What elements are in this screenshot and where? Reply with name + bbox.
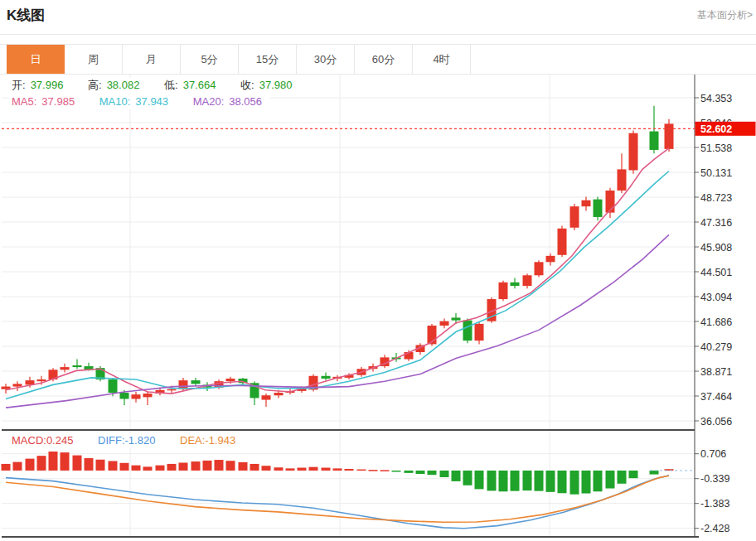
candle-body bbox=[380, 357, 390, 366]
candle-body bbox=[650, 132, 659, 150]
close-value: 37.980 bbox=[259, 79, 293, 91]
high-value: 38.082 bbox=[107, 79, 140, 91]
candle-body bbox=[73, 365, 82, 367]
candle-body bbox=[570, 206, 579, 228]
diff-line bbox=[6, 476, 669, 529]
macd-histogram-bar bbox=[49, 452, 58, 471]
candle-body bbox=[392, 357, 401, 359]
macd-histogram-bar bbox=[37, 456, 46, 471]
candle-body bbox=[369, 366, 378, 369]
macd-histogram-bar bbox=[286, 468, 295, 471]
macd-histogram-bar bbox=[594, 471, 603, 491]
macd-histogram-bar bbox=[226, 461, 235, 471]
current-price-badge bbox=[695, 122, 756, 136]
macd-histogram-bar bbox=[582, 471, 591, 494]
price-tick-label: 50.131 bbox=[700, 167, 732, 179]
macd-histogram-bar bbox=[132, 466, 141, 471]
dea-line bbox=[6, 476, 669, 522]
candle-body bbox=[511, 283, 520, 286]
open-label: 开: bbox=[12, 79, 26, 91]
macd-histogram-bar bbox=[511, 471, 520, 491]
macd-histogram-bar bbox=[440, 471, 449, 477]
macd-legend: MACD:0.245 DIFF:-1.820 DEA:-1.943 bbox=[8, 433, 244, 448]
candle-body bbox=[132, 394, 141, 399]
period-tab-3[interactable]: 5分 bbox=[181, 45, 239, 74]
candle-body bbox=[262, 395, 271, 399]
price-tick-label: 41.686 bbox=[700, 316, 732, 328]
macd-histogram-bar bbox=[179, 462, 188, 470]
diff-value: DIFF:-1.820 bbox=[98, 434, 155, 447]
macd-tick-label: -0.339 bbox=[700, 473, 729, 485]
period-tab-6[interactable]: 60分 bbox=[355, 45, 413, 74]
candle-body bbox=[523, 275, 532, 286]
price-tick-label: 48.723 bbox=[700, 192, 732, 204]
macd-histogram-bar bbox=[618, 471, 627, 484]
candle-body bbox=[345, 375, 354, 378]
macd-histogram-bar bbox=[499, 471, 508, 491]
macd-histogram-bar bbox=[73, 456, 82, 471]
macd-histogram-bar bbox=[380, 470, 390, 471]
candle-body bbox=[535, 262, 544, 275]
macd-histogram-bar bbox=[309, 467, 318, 471]
macd-histogram-bar bbox=[535, 471, 544, 491]
macd-histogram-bar bbox=[262, 466, 271, 471]
fundamental-analysis-link[interactable]: 基本面分析> bbox=[697, 8, 753, 22]
price-tick-label: 52.946 bbox=[700, 118, 732, 129]
macd-histogram-bar bbox=[606, 471, 615, 489]
candle-body bbox=[487, 299, 497, 321]
macd-histogram-bar bbox=[250, 464, 259, 471]
candle-body bbox=[357, 369, 366, 374]
macd-histogram-bar bbox=[665, 469, 674, 471]
ma20-value: 38.056 bbox=[229, 95, 262, 108]
price-tick-label: 36.056 bbox=[700, 416, 732, 427]
macd-histogram-bar bbox=[120, 463, 129, 471]
period-tab-4[interactable]: 15分 bbox=[239, 45, 297, 74]
candle-body bbox=[26, 380, 35, 384]
candle-body bbox=[416, 345, 425, 352]
macd-histogram-bar bbox=[392, 471, 401, 472]
candle-body bbox=[191, 380, 201, 384]
period-tab-1[interactable]: 周 bbox=[65, 45, 123, 74]
macd-histogram-bar bbox=[345, 469, 354, 471]
candle-body bbox=[61, 367, 70, 370]
candle-body bbox=[37, 379, 46, 381]
candle-body bbox=[405, 352, 414, 360]
candle-body bbox=[629, 133, 638, 171]
candle-body bbox=[179, 380, 188, 389]
candle-body bbox=[143, 394, 153, 397]
candle-body bbox=[2, 387, 11, 389]
candle-body bbox=[226, 379, 235, 381]
macd-histogram-bar bbox=[369, 470, 378, 471]
period-tab-5[interactable]: 30分 bbox=[297, 45, 355, 74]
page-title: K线图 bbox=[7, 6, 45, 25]
period-tab-2[interactable]: 月 bbox=[123, 45, 181, 74]
macd-histogram-bar bbox=[191, 461, 201, 471]
macd-histogram-bar bbox=[298, 468, 307, 471]
period-tab-0[interactable]: 日 bbox=[7, 45, 65, 74]
price-tick-label: 54.353 bbox=[700, 93, 732, 104]
ma20-label: MA20: bbox=[193, 95, 225, 108]
price-tick-label: 37.464 bbox=[700, 391, 732, 403]
macd-histogram-bar bbox=[203, 461, 212, 471]
period-tab-7[interactable]: 4时 bbox=[413, 45, 471, 74]
macd-histogram-bar bbox=[109, 461, 118, 470]
price-tick-label: 47.316 bbox=[700, 217, 732, 229]
ma20-line bbox=[6, 234, 669, 408]
candle-body bbox=[606, 191, 615, 213]
candle-body bbox=[85, 366, 94, 370]
macd-histogram-bar bbox=[61, 452, 70, 471]
ma10-label: MA10: bbox=[99, 95, 131, 108]
macd-histogram-bar bbox=[570, 471, 579, 495]
ma5-value: 37.985 bbox=[41, 95, 75, 108]
candle-body bbox=[309, 376, 318, 390]
candle-body bbox=[286, 391, 295, 393]
macd-histogram-bar bbox=[650, 471, 659, 475]
price-tick-label: 38.871 bbox=[700, 366, 732, 378]
high-label: 高: bbox=[88, 79, 102, 91]
candle-body bbox=[428, 326, 437, 344]
macd-histogram-bar bbox=[416, 471, 425, 474]
macd-histogram-bar bbox=[405, 471, 414, 473]
macd-histogram-bar bbox=[357, 470, 366, 471]
kline-page: 54.35352.94651.53850.13148.72347.31645.9… bbox=[0, 0, 756, 541]
macd-histogram-bar bbox=[274, 467, 284, 471]
